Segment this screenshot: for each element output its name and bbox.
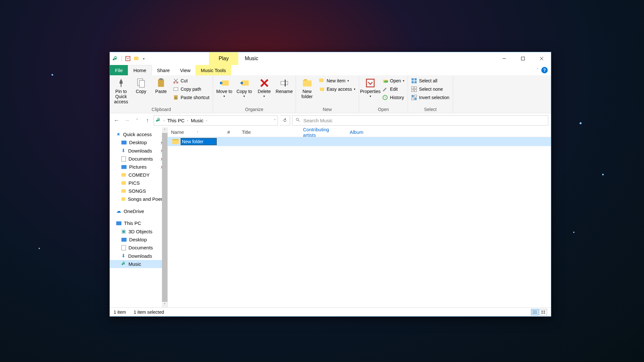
document-icon [121,156,126,162]
nav-onedrive[interactable]: ☁OneDrive [110,207,167,215]
minimize-button[interactable] [495,52,514,65]
address-dropdown-icon[interactable]: ˅ [274,119,276,122]
column-number[interactable]: # [224,129,239,135]
nav-this-pc[interactable]: This PC [110,219,167,227]
nav-downloads[interactable]: ⬇Downloads📌 [110,146,167,155]
file-row-new-folder[interactable] [168,137,551,146]
properties-icon [365,78,375,88]
edit-button[interactable]: Edit [381,86,406,93]
tab-music-tools[interactable]: Music Tools [195,65,231,75]
nav-desktop[interactable]: Desktop📌 [110,138,167,146]
properties-qat-icon[interactable] [125,56,131,61]
details-view-button[interactable] [531,309,539,315]
pc-icon [116,221,121,225]
pin-to-quick-access-button[interactable]: Pin to Quick access [112,77,130,104]
svg-rect-16 [320,88,324,91]
pin-label: Pin to Quick access [112,89,130,104]
svg-rect-15 [303,80,311,87]
tab-home[interactable]: Home [128,65,152,75]
rename-button[interactable]: Rename [275,77,294,94]
nav-desktop-2[interactable]: Desktop [110,236,167,244]
forward-button[interactable]: → [123,116,131,125]
svg-rect-24 [412,87,414,89]
column-artists[interactable]: Contributing artists [300,127,346,138]
open-button[interactable]: Open ▾ [381,77,406,84]
breadcrumb-this-pc[interactable]: This PC [167,118,185,123]
qat-dropdown-icon[interactable]: ▾ [143,57,145,60]
delete-button[interactable]: Delete▾ [255,77,274,98]
scroll-down-icon[interactable]: ˅ [162,302,167,307]
invert-selection-button[interactable]: Invert selection [410,94,450,101]
close-button[interactable] [532,52,551,65]
new-item-icon [319,78,325,84]
search-icon [296,118,300,123]
move-to-button[interactable]: Move to▾ [215,77,234,98]
svg-rect-23 [414,81,417,83]
organize-group-label: Organize [213,107,296,113]
scroll-up-icon[interactable]: ˄ [162,127,167,133]
rename-input[interactable] [181,138,217,145]
document-icon [121,245,126,250]
svg-point-32 [296,118,298,120]
nav-3d-objects[interactable]: ▣3D Objects [110,227,167,236]
copy-button[interactable]: Copy [132,77,150,94]
paste-shortcut-button[interactable]: Paste shortcut [172,94,211,101]
nav-pics[interactable]: PICS [110,179,167,187]
easy-access-button[interactable]: Easy access ▾ [318,86,357,93]
paste-button[interactable]: Paste [152,77,170,94]
move-to-icon [219,78,230,88]
new-folder-button[interactable]: New folder [298,77,317,99]
column-title[interactable]: Title [239,129,300,135]
nav-scrollbar[interactable]: ˄ ˅ [162,127,167,307]
tab-share[interactable]: Share [152,65,175,75]
column-name[interactable]: Name˄ [168,129,224,135]
cut-button[interactable]: Cut [172,77,211,84]
recent-dropdown[interactable]: ˅ [133,116,141,125]
search-box[interactable]: Search Music [292,115,548,125]
svg-rect-5 [158,79,164,87]
back-button[interactable]: ← [112,116,121,125]
nav-quick-access[interactable]: ★Quick access [110,130,167,138]
svg-rect-28 [412,95,414,97]
open-group-label: Open [359,107,408,113]
svg-rect-9 [174,88,178,91]
copy-path-button[interactable]: Copy path [172,86,211,93]
play-context-tab[interactable]: Play [209,52,238,65]
scroll-thumb[interactable] [162,133,167,302]
nav-songs-and-poems[interactable]: Songs and Poem [110,195,167,203]
collapse-ribbon-icon[interactable]: ˄ [537,68,539,72]
svg-rect-37 [541,311,543,312]
nav-pictures[interactable]: Pictures📌 [110,163,167,171]
new-folder-qat-icon[interactable] [134,56,140,61]
select-none-button[interactable]: Select none [410,86,450,93]
copy-to-button[interactable]: Copy to▾ [235,77,254,98]
new-folder-icon [302,78,312,88]
help-icon[interactable]: ? [541,67,548,73]
new-item-button[interactable]: New item ▾ [318,77,357,84]
ribbon-group-select: Select all Select none Invert selection … [408,75,453,113]
nav-downloads-2[interactable]: ⬇Downloads [110,252,167,260]
tab-file[interactable]: File [110,65,128,75]
svg-rect-31 [414,98,417,100]
body: ★Quick access Desktop📌 ⬇Downloads📌 Docum… [110,127,551,307]
up-button[interactable]: ↑ [143,116,152,125]
properties-button[interactable]: Properties▾ [361,77,380,98]
history-button[interactable]: History [381,94,406,101]
tab-view[interactable]: View [175,65,195,75]
nav-documents-2[interactable]: Documents [110,244,167,252]
maximize-button[interactable] [514,52,532,65]
breadcrumb-separator: › [187,118,188,122]
select-all-button[interactable]: Select all [410,77,450,84]
svg-rect-27 [414,89,417,92]
folder-icon [121,181,126,185]
column-album[interactable]: Album [346,129,398,135]
breadcrumb-music[interactable]: Music [191,118,204,123]
nav-comedy[interactable]: COMEDY [110,171,167,179]
nav-music[interactable]: Music [110,260,167,268]
refresh-button[interactable] [280,115,290,125]
cube-icon: ▣ [121,228,126,234]
address-bar[interactable]: › This PC › Music › ˅ [154,115,278,125]
nav-songs[interactable]: SONGS [110,187,167,195]
nav-documents[interactable]: Documents📌 [110,155,167,163]
thumbnails-view-button[interactable] [539,309,547,315]
